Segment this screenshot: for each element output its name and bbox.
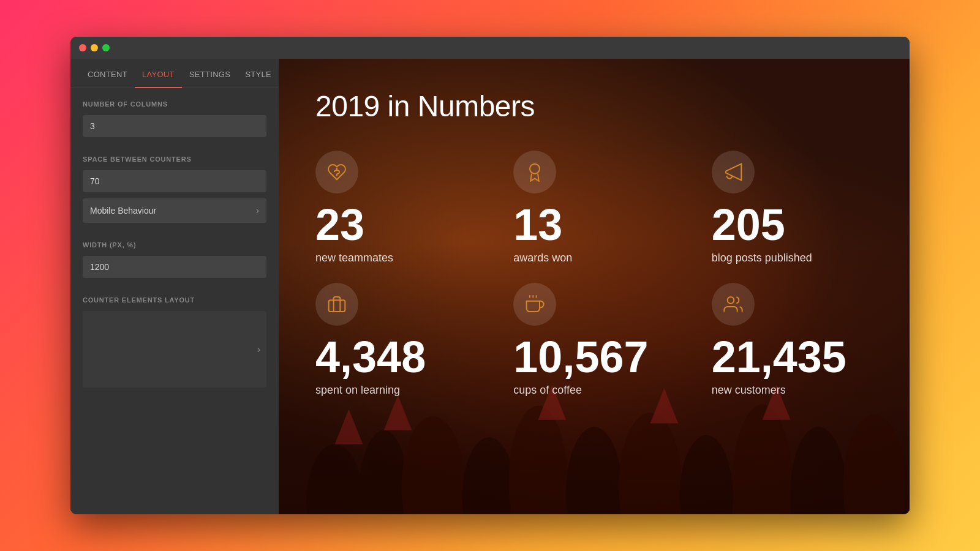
svg-point-21 xyxy=(727,297,734,304)
counter-icon-coffee xyxy=(513,283,556,326)
dot-yellow[interactable] xyxy=(91,44,98,51)
svg-point-1 xyxy=(360,430,409,514)
space-label: SPACE BETWEEN COUNTERS xyxy=(83,156,266,163)
counter-label-3: blog posts published xyxy=(712,252,812,264)
tab-settings[interactable]: SETTINGS xyxy=(182,59,238,88)
counter-label-4: spent on learning xyxy=(315,384,400,397)
tab-style[interactable]: STYLE xyxy=(238,59,279,88)
counter-layout-arrow-icon: › xyxy=(257,344,260,355)
dot-red[interactable] xyxy=(79,44,86,51)
counter-number-5: 10,567 xyxy=(513,335,648,379)
counter-label-1: new teammates xyxy=(315,252,393,264)
mobile-behaviour-row[interactable]: Mobile Behaviour › xyxy=(83,198,266,223)
counter-label-6: new customers xyxy=(712,384,786,397)
svg-rect-17 xyxy=(329,300,345,312)
left-panel: CONTENT LAYOUT SETTINGS STYLE NUMBER OF … xyxy=(70,59,279,514)
browser-titlebar xyxy=(70,37,910,59)
counter-number-1: 23 xyxy=(315,203,364,247)
counters-grid: 23 new teammates 13 awards won xyxy=(315,151,873,397)
counter-number-3: 205 xyxy=(712,203,785,247)
counter-item-5: 10,567 cups of coffee xyxy=(513,283,674,397)
browser-content: CONTENT LAYOUT SETTINGS STYLE NUMBER OF … xyxy=(70,59,910,514)
preview-content: 2019 in Numbers 23 new teammates xyxy=(279,59,910,427)
counter-item-2: 13 awards won xyxy=(513,151,674,264)
counter-icon-award xyxy=(513,151,556,193)
columns-section: NUMBER OF COLUMNS xyxy=(70,88,279,143)
mobile-behaviour-label: Mobile Behaviour xyxy=(90,206,156,216)
counter-layout-area[interactable]: › xyxy=(83,311,266,388)
counter-layout-label: COUNTER ELEMENTS LAYOUT xyxy=(83,296,266,304)
counter-label-5: cups of coffee xyxy=(513,384,582,397)
svg-point-16 xyxy=(530,164,540,174)
counter-layout-section: COUNTER ELEMENTS LAYOUT › xyxy=(70,284,279,394)
space-section: SPACE BETWEEN COUNTERS Mobile Behaviour … xyxy=(70,143,279,229)
counter-item-1: 23 new teammates xyxy=(315,151,477,264)
counter-icon-people xyxy=(712,283,755,326)
columns-input[interactable] xyxy=(83,115,266,137)
width-input[interactable] xyxy=(83,256,266,278)
browser-dots xyxy=(79,44,110,51)
browser-window: CONTENT LAYOUT SETTINGS STYLE NUMBER OF … xyxy=(70,37,910,514)
counter-label-2: awards won xyxy=(513,252,572,264)
svg-point-6 xyxy=(619,413,682,514)
svg-point-0 xyxy=(307,444,363,514)
tab-content[interactable]: CONTENT xyxy=(80,59,135,88)
svg-point-9 xyxy=(790,427,846,514)
svg-point-5 xyxy=(566,427,622,514)
counter-item-3: 205 blog posts published xyxy=(712,151,873,264)
tab-layout[interactable]: LAYOUT xyxy=(135,59,182,88)
preview-panel: 2019 in Numbers 23 new teammates xyxy=(279,59,910,514)
counter-number-6: 21,435 xyxy=(712,335,846,379)
counter-icon-muscle xyxy=(315,151,358,193)
counter-item-4: 4,348 spent on learning xyxy=(315,283,477,397)
counter-number-4: 4,348 xyxy=(315,335,426,379)
space-input[interactable] xyxy=(83,170,266,192)
svg-point-2 xyxy=(401,416,464,514)
counter-item-6: 21,435 new customers xyxy=(712,283,873,397)
svg-point-10 xyxy=(843,414,906,514)
chevron-right-icon: › xyxy=(256,205,259,216)
counter-number-2: 13 xyxy=(513,203,562,247)
preview-title: 2019 in Numbers xyxy=(315,89,873,123)
dot-green[interactable] xyxy=(102,44,110,51)
counter-icon-briefcase xyxy=(315,283,358,326)
columns-label: NUMBER OF COLUMNS xyxy=(83,100,266,108)
tabs-container: CONTENT LAYOUT SETTINGS STYLE xyxy=(70,59,279,88)
svg-point-3 xyxy=(462,437,516,514)
width-label: WIDTH (PX, %) xyxy=(83,241,266,249)
width-section: WIDTH (PX, %) xyxy=(70,229,279,284)
counter-icon-megaphone xyxy=(712,151,755,193)
svg-point-7 xyxy=(680,435,733,514)
